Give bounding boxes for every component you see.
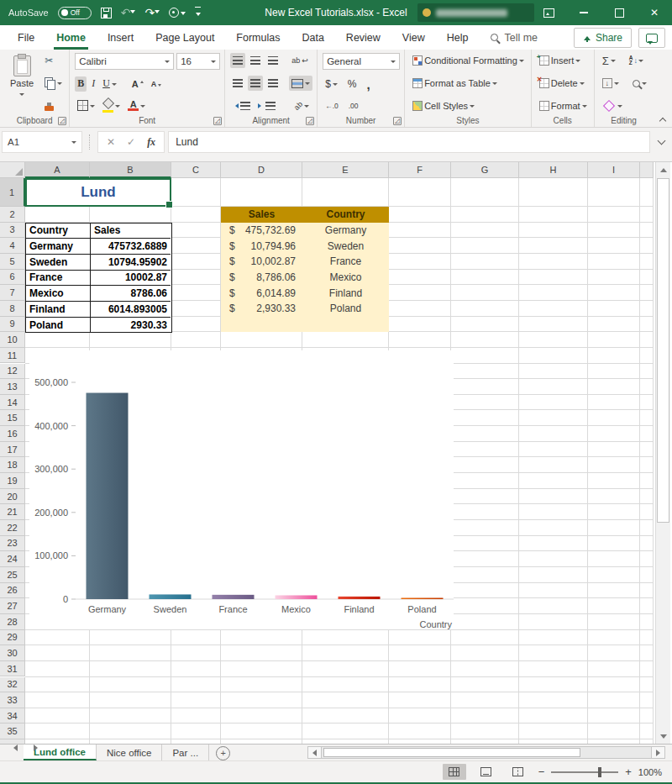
table-cell[interactable]: Finland: [26, 302, 91, 318]
fill-color-button[interactable]: [100, 97, 123, 113]
font-name-combo[interactable]: Calibri: [75, 53, 174, 70]
undo-button[interactable]: ↶: [121, 7, 136, 18]
collapse-ribbon-button[interactable]: [659, 117, 665, 123]
column-header-e[interactable]: E: [302, 162, 389, 178]
format-as-table-button[interactable]: Format as Table: [410, 76, 527, 91]
row-header-27[interactable]: 27: [0, 598, 25, 614]
row-header-33[interactable]: 33: [0, 692, 25, 708]
format-cells-button[interactable]: Format: [537, 98, 590, 113]
column-header-g[interactable]: G: [451, 162, 519, 178]
autosum-button[interactable]: Σ: [600, 53, 618, 68]
row-header-8[interactable]: 8: [0, 301, 25, 317]
table-cell[interactable]: Poland: [26, 318, 91, 334]
alignment-dialog-launcher[interactable]: ◿: [306, 117, 314, 125]
row-header-16[interactable]: 16: [0, 426, 25, 442]
table-cell[interactable]: Mexico: [26, 286, 91, 302]
column-header-h[interactable]: H: [519, 162, 588, 178]
cell-sales[interactable]: $2,930.33: [221, 301, 302, 317]
fill-button[interactable]: ↓: [600, 76, 622, 91]
row-header-14[interactable]: 14: [0, 395, 25, 411]
tab-home[interactable]: Home: [45, 25, 97, 50]
font-dialog-launcher[interactable]: ◿: [213, 117, 222, 125]
cell-sales[interactable]: $6,014.89: [221, 285, 302, 301]
underline-button[interactable]: U: [100, 76, 119, 92]
row-header-26[interactable]: 26: [0, 583, 25, 599]
bar-chart-svg[interactable]: 0100,000200,000300,000400,000500,000Germ…: [29, 350, 454, 629]
row-header-12[interactable]: 12: [0, 364, 25, 380]
page-break-view-button[interactable]: [507, 764, 530, 780]
row-header-19[interactable]: 19: [0, 473, 25, 489]
percent-style-button[interactable]: %: [345, 76, 360, 92]
cut-button[interactable]: ✂: [42, 53, 65, 68]
row-header-18[interactable]: 18: [0, 457, 25, 473]
tab-view[interactable]: View: [391, 25, 436, 50]
bar-finland[interactable]: [339, 597, 381, 599]
table-cell[interactable]: 10794.95902: [91, 255, 171, 271]
confirm-entry-button[interactable]: ✓: [127, 136, 135, 148]
column-header-i[interactable]: I: [588, 162, 640, 178]
bar-germany[interactable]: [87, 393, 129, 599]
sort-filter-button[interactable]: AZ↓: [627, 53, 646, 68]
embedded-bar-chart[interactable]: 0100,000200,000300,000400,000500,000Germ…: [29, 350, 454, 629]
increase-indent-button[interactable]: [255, 98, 278, 113]
account-badge[interactable]: [417, 3, 534, 22]
tab-data[interactable]: Data: [291, 25, 334, 50]
table-cell[interactable]: 6014.893005: [91, 302, 171, 318]
zoom-slider-thumb[interactable]: [598, 767, 601, 777]
row-header-9[interactable]: 9: [0, 317, 25, 333]
align-left-button[interactable]: [230, 76, 245, 91]
fill-handle[interactable]: [165, 201, 173, 208]
maximize-button[interactable]: [601, 0, 637, 25]
column-header-f[interactable]: F: [389, 162, 451, 178]
cell-country[interactable]: Sweden: [302, 238, 389, 254]
table-cell[interactable]: France: [26, 271, 91, 287]
row-header-21[interactable]: 21: [0, 504, 25, 520]
clear-button[interactable]: [600, 98, 625, 113]
number-dialog-launcher[interactable]: ◿: [393, 117, 402, 125]
middle-align-button[interactable]: [248, 53, 263, 68]
clipboard-dialog-launcher[interactable]: ◿: [58, 117, 66, 125]
cell-sales[interactable]: $10,794.96: [221, 238, 302, 254]
vertical-scrollbar[interactable]: [655, 162, 670, 744]
normal-view-button[interactable]: [443, 764, 466, 780]
orientation-button[interactable]: ab: [291, 98, 312, 113]
scroll-left-button[interactable]: [307, 746, 322, 759]
redo-button[interactable]: ↷: [144, 7, 160, 18]
new-sheet-button[interactable]: +: [216, 746, 230, 760]
sheet-nav-next-button[interactable]: [25, 745, 45, 751]
scrollbar-thumb[interactable]: [657, 178, 669, 523]
tab-review[interactable]: Review: [335, 25, 391, 50]
merged-cell-a1[interactable]: Lund: [25, 178, 171, 207]
borders-button[interactable]: [75, 98, 97, 113]
minimize-button[interactable]: [566, 0, 601, 25]
row-header-29[interactable]: 29: [0, 630, 25, 646]
table-cell[interactable]: 10002.87: [91, 271, 171, 287]
insert-function-button[interactable]: fx: [147, 136, 155, 149]
increase-decimal-button[interactable]: ←.0: [323, 98, 341, 113]
close-button[interactable]: ✕: [637, 0, 672, 25]
tell-me-box[interactable]: Tell me: [479, 25, 538, 50]
column-header-d[interactable]: D: [221, 162, 302, 178]
tab-help[interactable]: Help: [436, 25, 480, 50]
sheet-tab-nice-office[interactable]: Nice office: [97, 745, 162, 760]
cell-styles-button[interactable]: Cell Styles: [410, 98, 527, 113]
row-header-28[interactable]: 28: [0, 614, 25, 630]
row-header-3[interactable]: 3: [0, 223, 25, 239]
row-header-13[interactable]: 13: [0, 379, 25, 395]
column-header-c[interactable]: C: [171, 162, 221, 178]
row-header-22[interactable]: 22: [0, 520, 25, 536]
tab-file[interactable]: File: [7, 25, 45, 50]
scroll-right-button[interactable]: [651, 746, 665, 759]
row-header-23[interactable]: 23: [0, 536, 25, 552]
cell-sales[interactable]: $8,786.06: [221, 270, 302, 286]
worksheet-grid[interactable]: Lund 0100,000200,000300,000400,000500,00…: [0, 162, 672, 744]
scrollbar-track[interactable]: [322, 746, 651, 759]
insert-cells-button[interactable]: +Insert: [537, 53, 590, 68]
conditional-formatting-button[interactable]: Conditional Formatting: [410, 53, 527, 68]
bold-button[interactable]: B: [75, 76, 87, 92]
share-button[interactable]: Share: [574, 28, 632, 48]
zoom-out-button[interactable]: −: [538, 766, 545, 777]
top-align-button[interactable]: [230, 53, 245, 68]
select-all-button[interactable]: [0, 162, 25, 178]
center-button[interactable]: [248, 76, 263, 91]
